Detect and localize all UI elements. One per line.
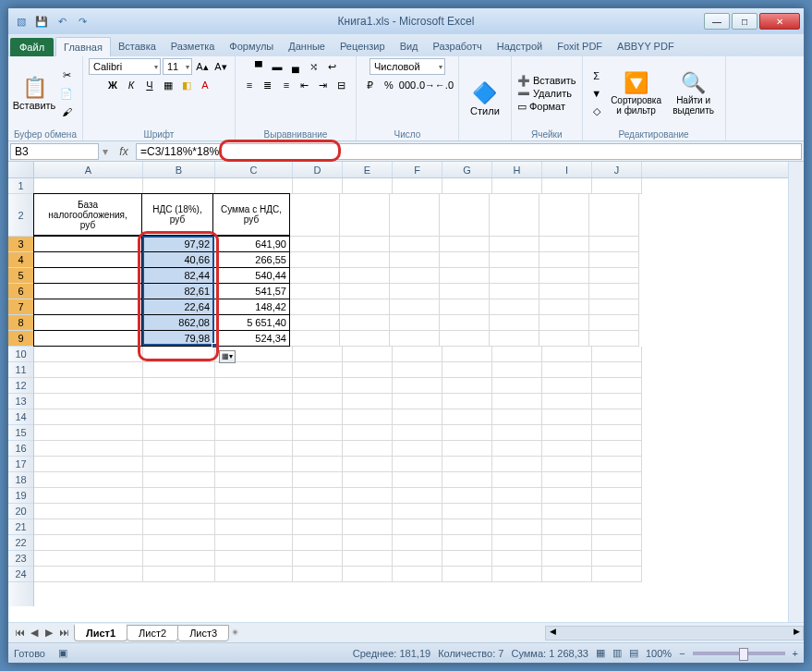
nav-last-icon[interactable]: ⏭ <box>56 627 71 639</box>
cell-F11[interactable] <box>393 362 442 378</box>
col-header-F[interactable]: F <box>393 162 442 177</box>
cell-G23[interactable] <box>442 551 492 567</box>
percent-icon[interactable]: % <box>381 77 397 93</box>
row-header-22[interactable]: 22 <box>8 535 33 551</box>
cell-G18[interactable] <box>442 472 492 488</box>
cell-G17[interactable] <box>442 457 492 472</box>
row-headers[interactable]: 123456789101112131415161718192021222324 <box>8 178 34 606</box>
cell-F8[interactable] <box>390 315 440 331</box>
cell-J8[interactable] <box>589 315 639 331</box>
row-header-2[interactable]: 2 <box>8 194 33 237</box>
cell-A7[interactable] <box>33 299 142 315</box>
new-sheet-icon[interactable]: ✴ <box>231 627 239 639</box>
font-name-combo[interactable]: Calibri <box>89 58 161 75</box>
cell-F17[interactable] <box>393 457 442 472</box>
cell-H16[interactable] <box>492 441 542 457</box>
cell-E3[interactable] <box>340 237 390 252</box>
cell-B2[interactable]: НДС (18%), руб <box>141 193 213 236</box>
row-header-20[interactable]: 20 <box>8 504 33 519</box>
cell-E22[interactable] <box>343 535 393 551</box>
cell-J17[interactable] <box>592 457 642 472</box>
cell-F6[interactable] <box>390 284 440 299</box>
ribbon-tab-вставка[interactable]: Вставка <box>111 37 164 56</box>
cell-J19[interactable] <box>592 488 642 504</box>
cell-B10[interactable] <box>143 347 215 362</box>
cell-I9[interactable] <box>539 331 589 347</box>
cell-H22[interactable] <box>492 535 542 551</box>
paste-button[interactable]: 📋 Вставить <box>14 63 55 124</box>
cell-E7[interactable] <box>340 299 390 315</box>
indent-dec-icon[interactable]: ⇤ <box>297 77 313 93</box>
cell-D11[interactable] <box>293 362 343 378</box>
cell-F12[interactable] <box>393 378 442 394</box>
cell-D7[interactable] <box>290 299 340 315</box>
currency-icon[interactable]: ₽ <box>362 77 379 93</box>
cell-H12[interactable] <box>492 378 542 394</box>
cell-H11[interactable] <box>492 362 542 378</box>
cell-G9[interactable] <box>440 331 490 347</box>
view-layout-icon[interactable]: ▥ <box>612 647 622 659</box>
row-header-3[interactable]: 3 <box>8 237 33 252</box>
cell-G1[interactable] <box>442 178 492 194</box>
cell-E17[interactable] <box>343 457 393 472</box>
cell-A1[interactable] <box>34 178 143 194</box>
cell-H1[interactable] <box>492 178 542 194</box>
formula-input[interactable]: =C3/118%*18% <box>136 143 802 160</box>
cell-F2[interactable] <box>390 194 440 237</box>
font-size-combo[interactable]: 11 <box>163 58 192 75</box>
cell-G15[interactable] <box>442 425 492 441</box>
cell-D22[interactable] <box>293 535 343 551</box>
cell-F1[interactable] <box>393 178 442 194</box>
autofill-options-button[interactable]: ▦▾ <box>219 350 236 363</box>
cell-E16[interactable] <box>343 441 393 457</box>
cell-J15[interactable] <box>592 425 642 441</box>
cell-C14[interactable] <box>215 409 293 425</box>
ribbon-tab-разметка[interactable]: Разметка <box>164 37 223 56</box>
merge-icon[interactable]: ⊟ <box>333 77 350 93</box>
cell-D17[interactable] <box>293 457 343 472</box>
sheet-tab-Лист1[interactable]: Лист1 <box>74 624 127 641</box>
save-icon[interactable]: 💾 <box>32 12 51 30</box>
cell-J1[interactable] <box>592 178 642 194</box>
cell-C4[interactable]: 266,55 <box>212 251 290 268</box>
wrap-text-icon[interactable]: ↩ <box>324 58 341 75</box>
cell-J24[interactable] <box>592 567 642 582</box>
cell-F18[interactable] <box>393 472 442 488</box>
cell-F19[interactable] <box>393 488 442 504</box>
cell-I17[interactable] <box>542 457 592 472</box>
status-record-icon[interactable]: ▣ <box>58 647 67 659</box>
vertical-scrollbar[interactable] <box>788 162 804 622</box>
col-header-H[interactable]: H <box>492 162 542 177</box>
cell-F5[interactable] <box>390 268 440 284</box>
cell-A8[interactable] <box>33 314 142 331</box>
cell-A10[interactable] <box>34 347 143 362</box>
cell-B9[interactable]: 79,98 <box>141 330 213 347</box>
cell-B7[interactable]: 22,64 <box>141 299 213 315</box>
cell-C5[interactable]: 540,44 <box>212 267 290 284</box>
ribbon-tab-foxit pdf[interactable]: Foxit PDF <box>550 37 610 56</box>
ribbon-tab-данные[interactable]: Данные <box>281 37 333 56</box>
cell-D14[interactable] <box>293 409 343 425</box>
cell-H5[interactable] <box>490 268 539 284</box>
comma-icon[interactable]: 000 <box>399 77 416 93</box>
cell-D18[interactable] <box>293 472 343 488</box>
col-header-B[interactable]: B <box>143 162 215 177</box>
ribbon-tab-формулы[interactable]: Формулы <box>222 37 281 56</box>
cell-D19[interactable] <box>293 488 343 504</box>
cell-C3[interactable]: 641,90 <box>212 236 290 252</box>
cell-D5[interactable] <box>290 268 340 284</box>
align-bottom-icon[interactable]: ▄ <box>287 58 304 75</box>
ribbon-tab-разработч[interactable]: Разработч <box>426 37 490 56</box>
cell-J13[interactable] <box>592 394 642 409</box>
cell-A15[interactable] <box>34 425 143 441</box>
cell-I10[interactable] <box>542 347 592 362</box>
cell-D15[interactable] <box>293 425 343 441</box>
cell-G6[interactable] <box>440 284 490 299</box>
cell-A11[interactable] <box>34 362 143 378</box>
cell-J14[interactable] <box>592 409 642 425</box>
row-header-6[interactable]: 6 <box>8 284 33 299</box>
cells[interactable]: База налогообложения, рубНДС (18%), рубС… <box>34 178 788 606</box>
cell-J16[interactable] <box>592 441 642 457</box>
ribbon-tab-рецензир[interactable]: Рецензир <box>333 37 393 56</box>
cell-C1[interactable] <box>215 178 293 194</box>
